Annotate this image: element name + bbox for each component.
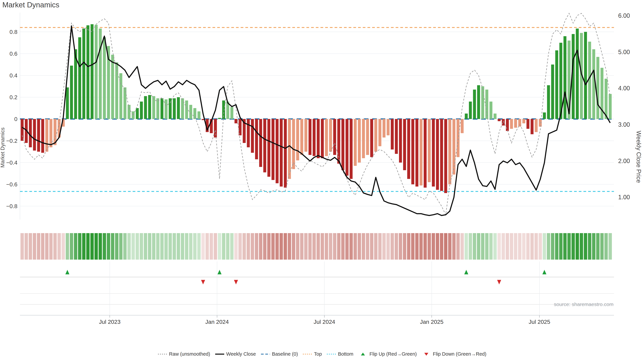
dynamics-bar[interactable] <box>321 119 324 158</box>
heatmap-cell[interactable] <box>123 233 126 260</box>
heatmap-cell[interactable] <box>86 233 90 260</box>
heatmap-cell[interactable] <box>456 233 460 260</box>
dynamics-bar[interactable] <box>510 119 513 129</box>
dynamics-bar[interactable] <box>144 96 147 119</box>
dynamics-bar[interactable] <box>251 119 254 153</box>
dynamics-bar[interactable] <box>596 57 600 119</box>
heatmap-cell[interactable] <box>292 233 295 260</box>
heatmap-cell[interactable] <box>345 233 349 260</box>
heatmap-cell[interactable] <box>226 233 230 260</box>
heatmap-cell[interactable] <box>312 233 316 260</box>
heatmap-cell[interactable] <box>608 233 612 260</box>
flip-down-marker[interactable] <box>201 280 205 284</box>
dynamics-bar[interactable] <box>214 119 217 138</box>
heatmap-cell[interactable] <box>276 233 279 260</box>
heatmap-cell[interactable] <box>29 233 32 260</box>
dynamics-bar[interactable] <box>300 119 304 155</box>
dynamics-bar[interactable] <box>350 119 353 179</box>
legend-item[interactable]: Bottom <box>326 351 353 357</box>
dynamics-bar[interactable] <box>82 29 85 119</box>
heatmap-cell[interactable] <box>494 233 497 260</box>
heatmap-cell[interactable] <box>206 233 209 260</box>
dynamics-bar[interactable] <box>198 111 200 119</box>
dynamics-bar[interactable] <box>555 50 558 119</box>
dynamics-bar[interactable] <box>584 32 587 119</box>
heatmap-cell[interactable] <box>304 233 308 260</box>
legend-item[interactable]: Top <box>302 351 322 357</box>
dynamics-bar[interactable] <box>136 108 139 119</box>
heatmap-cell[interactable] <box>82 233 86 260</box>
dynamics-bar[interactable] <box>284 119 287 188</box>
dynamics-bar[interactable] <box>259 119 262 167</box>
dynamics-bar[interactable] <box>387 119 390 135</box>
heatmap-cell[interactable] <box>193 233 196 260</box>
heatmap-cell[interactable] <box>271 233 275 260</box>
dynamics-bar[interactable] <box>592 49 595 119</box>
heatmap-cell[interactable] <box>74 233 77 260</box>
dynamics-bar[interactable] <box>366 119 369 155</box>
dynamics-bar[interactable] <box>354 119 357 166</box>
dynamics-bar[interactable] <box>234 119 238 123</box>
heatmap-cell[interactable] <box>399 233 402 260</box>
dynamics-bar[interactable] <box>276 119 278 183</box>
dynamics-bar[interactable] <box>362 119 365 158</box>
heatmap-cell[interactable] <box>551 233 554 260</box>
dynamics-bar[interactable] <box>317 119 320 158</box>
dynamics-bar[interactable] <box>370 119 373 157</box>
dynamics-bar[interactable] <box>424 119 427 188</box>
heatmap-cell[interactable] <box>41 233 44 260</box>
heatmap-cell[interactable] <box>547 233 550 260</box>
heatmap-cell[interactable] <box>325 233 328 260</box>
heatmap-cell[interactable] <box>288 233 291 260</box>
dynamics-bar[interactable] <box>45 119 48 152</box>
dynamics-bar[interactable] <box>329 119 332 152</box>
heatmap-cell[interactable] <box>563 233 567 260</box>
heatmap-cell[interactable] <box>148 233 151 260</box>
heatmap-cell[interactable] <box>390 233 394 260</box>
heatmap-cell[interactable] <box>436 233 439 260</box>
dynamics-bar[interactable] <box>247 119 250 147</box>
heatmap-cell[interactable] <box>428 233 431 260</box>
heatmap-cell[interactable] <box>222 233 225 260</box>
weekly-close-line[interactable] <box>22 26 610 216</box>
dynamics-bar[interactable] <box>543 112 546 119</box>
heatmap-cell[interactable] <box>259 233 262 260</box>
dynamics-bar[interactable] <box>169 98 172 119</box>
dynamics-bar[interactable] <box>407 119 410 179</box>
dynamics-bar[interactable] <box>189 105 192 119</box>
heatmap-cell[interactable] <box>111 233 114 260</box>
heatmap-cell[interactable] <box>350 233 353 260</box>
dynamics-bar[interactable] <box>416 119 418 187</box>
dynamics-bar[interactable] <box>456 119 460 157</box>
dynamics-bar[interactable] <box>304 119 308 152</box>
dynamics-bar[interactable] <box>90 24 94 119</box>
heatmap-cell[interactable] <box>53 233 57 260</box>
heatmap-cell[interactable] <box>452 233 456 260</box>
heatmap-cell[interactable] <box>526 233 530 260</box>
heatmap-cell[interactable] <box>234 233 238 260</box>
heatmap-cell[interactable] <box>415 233 418 260</box>
flip-up-marker[interactable] <box>66 270 70 274</box>
heatmap-cell[interactable] <box>238 233 242 260</box>
dynamics-bar[interactable] <box>609 94 612 119</box>
flip-up-marker[interactable] <box>218 270 222 274</box>
heatmap-cell[interactable] <box>251 233 254 260</box>
dynamics-bar[interactable] <box>173 98 176 119</box>
dynamics-bar[interactable] <box>267 119 270 177</box>
heatmap-cell[interactable] <box>374 233 378 260</box>
heatmap-cell[interactable] <box>464 233 468 260</box>
heatmap-cell[interactable] <box>107 233 110 260</box>
heatmap-cell[interactable] <box>321 233 324 260</box>
heatmap-cell[interactable] <box>247 233 250 260</box>
dynamics-bar[interactable] <box>485 90 488 119</box>
heatmap-cell[interactable] <box>596 233 600 260</box>
dynamics-bar[interactable] <box>436 119 439 190</box>
heatmap-cell[interactable] <box>132 233 135 260</box>
heatmap-cell[interactable] <box>329 233 332 260</box>
dynamics-bar[interactable] <box>230 107 234 119</box>
heatmap-cell[interactable] <box>78 233 81 260</box>
heatmap-cell[interactable] <box>460 233 464 260</box>
heatmap-cell[interactable] <box>230 233 234 260</box>
heatmap-cell[interactable] <box>432 233 435 260</box>
dynamics-bar[interactable] <box>448 119 451 184</box>
